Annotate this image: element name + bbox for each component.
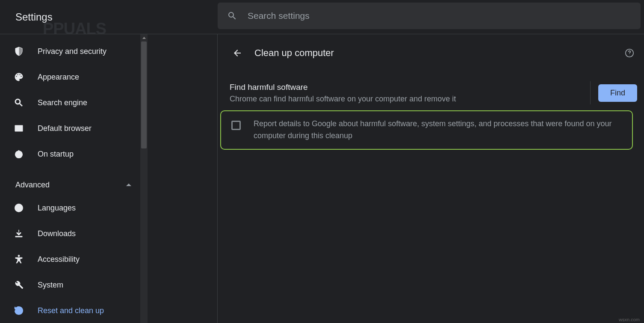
browser-icon — [14, 123, 24, 133]
sidebar-item-languages[interactable]: Languages — [0, 198, 148, 218]
sidebar-item-label: Search engine — [38, 98, 87, 107]
footer-watermark: wsxn.com — [619, 317, 640, 322]
search-input[interactable] — [248, 11, 641, 21]
page-title: Clean up computer — [254, 47, 334, 59]
sidebar: Privacy and security Appearance Search e… — [0, 34, 148, 323]
back-button[interactable] — [230, 45, 245, 61]
sidebar-item-label: Accessibility — [38, 255, 80, 264]
top-bar: Settings PPUALS — [0, 0, 644, 34]
sidebar-item-label: System — [38, 281, 63, 290]
globe-icon — [14, 203, 24, 213]
advanced-label: Advanced — [15, 181, 50, 190]
sidebar-item-label: Appearance — [38, 73, 79, 82]
sidebar-item-appearance[interactable]: Appearance — [0, 67, 148, 87]
sidebar-item-search-engine[interactable]: Search engine — [0, 92, 148, 113]
page-header: Clean up computer — [230, 45, 334, 61]
sidebar-item-label: Default browser — [38, 124, 92, 133]
main-content: Clean up computer Find harmful software … — [218, 34, 644, 323]
sidebar-item-default-browser[interactable]: Default browser — [0, 118, 148, 139]
sidebar-item-accessibility[interactable]: Accessibility — [0, 249, 148, 270]
svg-point-3 — [18, 255, 20, 257]
help-icon — [625, 48, 634, 58]
restore-icon — [14, 305, 24, 316]
power-icon — [14, 149, 24, 159]
arrow-left-icon — [232, 48, 242, 58]
find-subtitle: Chrome can find harmful software on your… — [230, 95, 582, 104]
search-icon — [14, 98, 24, 108]
sidebar-item-label: Languages — [38, 204, 76, 213]
find-harmful-software-row: Find harmful software Chrome can find ha… — [230, 81, 637, 104]
sidebar-item-on-startup[interactable]: On startup — [0, 144, 148, 164]
shield-icon — [14, 46, 24, 56]
scrollbar-thumb[interactable] — [141, 41, 147, 148]
search-bar[interactable] — [218, 3, 641, 29]
palette-icon — [14, 72, 24, 82]
sidebar-section-advanced[interactable]: Advanced — [0, 175, 148, 195]
report-checkbox[interactable] — [231, 121, 241, 130]
layout: Privacy and security Appearance Search e… — [0, 34, 644, 323]
sidebar-item-label: Privacy and security — [38, 47, 106, 56]
sidebar-item-system[interactable]: System — [0, 275, 148, 295]
wrench-icon — [14, 280, 24, 290]
report-details-row: Report details to Google about harmful s… — [220, 110, 633, 150]
separator — [590, 81, 591, 104]
sidebar-item-downloads[interactable]: Downloads — [0, 223, 148, 244]
sidebar-item-privacy-and-security[interactable]: Privacy and security — [0, 41, 148, 62]
chevron-up-icon — [126, 184, 131, 186]
sidebar-item-label: Downloads — [38, 229, 76, 238]
app-title: Settings — [15, 11, 53, 23]
report-checkbox-label: Report details to Google about harmful s… — [254, 118, 623, 142]
search-icon — [227, 11, 237, 21]
scroll-up-button[interactable] — [140, 34, 148, 41]
find-button[interactable]: Find — [598, 84, 637, 102]
help-button[interactable] — [623, 46, 636, 60]
sidebar-item-label: Reset and clean up — [38, 306, 104, 315]
accessibility-icon — [14, 254, 24, 264]
sidebar-scrollbar[interactable] — [140, 34, 148, 323]
sidebar-item-label: On startup — [38, 150, 74, 159]
download-icon — [14, 228, 24, 239]
find-title: Find harmful software — [230, 83, 582, 92]
sidebar-item-reset-and-clean-up[interactable]: Reset and clean up — [0, 300, 148, 321]
